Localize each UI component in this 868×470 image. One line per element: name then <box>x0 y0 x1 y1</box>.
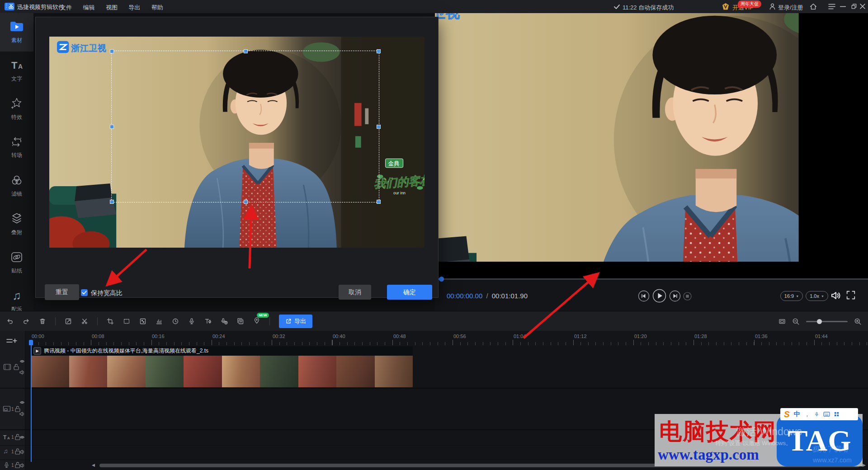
seek-bar[interactable] <box>435 278 868 280</box>
transition-icon <box>10 136 23 147</box>
crop-handle-sw[interactable] <box>110 200 114 204</box>
time-separator: / <box>486 292 488 300</box>
speed-select[interactable]: 1.0x▼ <box>806 291 828 301</box>
text-track-visibility-icon[interactable] <box>19 435 25 440</box>
music-track-mute-icon[interactable] <box>19 449 25 455</box>
menu-help[interactable]: 帮助 <box>151 4 163 12</box>
ruler-label: 01:28 <box>694 334 707 339</box>
sidebar-item-sticker[interactable]: 贴纸 <box>0 244 33 282</box>
add-track-button[interactable] <box>6 338 17 344</box>
playhead-dot[interactable] <box>439 277 444 282</box>
timeline-zoom-slider[interactable] <box>806 321 848 322</box>
crop-handle-nw[interactable] <box>110 49 114 53</box>
menu-view[interactable]: 视图 <box>106 4 118 12</box>
timeline-playhead-marker[interactable] <box>29 340 33 345</box>
play-button[interactable] <box>652 289 666 303</box>
audio-wave-icon[interactable] <box>156 318 163 325</box>
text-icon: TA <box>9 59 24 71</box>
menu-icon[interactable] <box>828 4 835 9</box>
video-track-mute-icon[interactable] <box>19 370 25 375</box>
menu-edit[interactable]: 编辑 <box>83 4 94 12</box>
timeline-playhead-line[interactable] <box>31 345 32 462</box>
undo-icon[interactable] <box>6 318 14 325</box>
crop-handle-ne[interactable] <box>377 49 381 53</box>
timeline-ruler[interactable]: 00:00 00:08 00:16 00:24 00:32 00:40 00:4… <box>25 331 868 346</box>
next-frame-button[interactable] <box>669 290 681 302</box>
stop-button[interactable] <box>683 292 692 301</box>
split-scissors-icon[interactable] <box>81 318 88 325</box>
preview-video[interactable] <box>435 13 868 279</box>
canvas-size-icon[interactable] <box>123 318 130 325</box>
video-track-visibility-icon[interactable] <box>19 359 25 364</box>
faint-site-watermark: 极光下载站 <box>812 445 848 454</box>
clip-thumbnail <box>375 356 413 387</box>
crop-dialog: 重置 保持宽高比 取消 确定 <box>35 17 439 298</box>
sidebar-item-effects[interactable]: 特效 <box>0 90 33 128</box>
confirm-button[interactable]: 确定 <box>387 285 432 300</box>
timeline-clip[interactable]: ▶ 腾讯视频 - 中国领先的在线视频媒体平台,海量高清视频在线观看_2.ts <box>31 346 413 387</box>
prev-frame-button[interactable] <box>638 290 650 302</box>
crop-marquee[interactable] <box>111 51 379 202</box>
sidebar-item-filter[interactable]: 滤镜 <box>0 167 33 205</box>
clip-play-icon: ▶ <box>33 347 41 355</box>
keep-aspect-checkbox[interactable] <box>81 289 88 296</box>
login-link[interactable]: 登录/注册 <box>778 4 803 12</box>
aspect-ratio-select[interactable]: 16:9▼ <box>780 291 803 301</box>
ime-mic-icon[interactable] <box>814 411 819 417</box>
sidebar-item-text[interactable]: TA 文字 <box>0 52 33 90</box>
restore-button[interactable] <box>851 3 857 9</box>
fit-timeline-icon[interactable] <box>778 318 786 325</box>
marker-tool[interactable]: NEW <box>253 317 260 326</box>
minimize-button[interactable] <box>840 6 846 7</box>
cancel-button[interactable]: 取消 <box>339 285 371 300</box>
home-icon[interactable] <box>809 3 817 10</box>
ime-lang-toggle[interactable]: 中 <box>794 410 800 418</box>
text-to-speech-icon[interactable] <box>204 318 212 325</box>
reset-button[interactable]: 重置 <box>45 284 79 300</box>
user-icon[interactable] <box>769 3 776 10</box>
duration-icon[interactable] <box>172 318 179 325</box>
redo-icon[interactable] <box>23 318 30 325</box>
sidebar-item-overlay[interactable]: 叠附 <box>0 205 33 244</box>
pip-track-visibility-icon[interactable] <box>19 400 25 405</box>
export-label: 导出 <box>294 317 306 325</box>
volume-icon[interactable] <box>831 291 841 301</box>
pip-track-mute-icon[interactable] <box>19 411 25 417</box>
app-logo-icon <box>5 2 14 11</box>
zoom-slider-handle[interactable] <box>817 319 822 324</box>
delete-icon[interactable] <box>39 318 46 325</box>
ime-keyboard-icon[interactable] <box>823 412 830 417</box>
ime-punct-toggle[interactable]: ， <box>804 410 810 418</box>
scrollbar-right-arrow[interactable]: ▶ <box>863 463 866 467</box>
crop-handle-n[interactable] <box>244 49 248 53</box>
close-button[interactable] <box>860 4 865 9</box>
scrollbar-left-arrow[interactable]: ◀ <box>92 463 95 467</box>
voice-change-icon[interactable] <box>221 318 228 325</box>
zoom-in-icon[interactable] <box>854 318 862 325</box>
sidebar-item-media[interactable]: 素材 <box>0 13 33 52</box>
keep-aspect-label[interactable]: 保持宽高比 <box>91 289 123 297</box>
vip-icon[interactable] <box>722 3 730 10</box>
crop-handle-s[interactable] <box>244 200 248 204</box>
video-track-lock-icon[interactable] <box>13 363 20 371</box>
ruler-label: 00:00 <box>32 334 44 339</box>
menu-export[interactable]: 导出 <box>128 4 140 12</box>
crop-icon[interactable] <box>107 318 114 325</box>
media-folder-icon <box>9 21 24 33</box>
ime-grid-icon[interactable] <box>834 412 839 417</box>
crop-handle-e[interactable] <box>377 125 381 129</box>
edit-clip-icon[interactable] <box>65 318 72 325</box>
crop-handle-w[interactable] <box>110 125 114 129</box>
ime-toolbar[interactable]: S 中 ， <box>780 408 858 420</box>
sidebar-item-transition[interactable]: 转场 <box>0 128 33 167</box>
mosaic-icon[interactable] <box>139 318 146 325</box>
clip-title-bar: ▶ 腾讯视频 - 中国领先的在线视频媒体平台,海量高清视频在线观看_2.ts <box>31 346 413 356</box>
menu-file[interactable]: 文件 <box>60 4 72 12</box>
export-button[interactable]: 导出 <box>279 315 312 328</box>
record-icon[interactable] <box>188 318 195 325</box>
subtitle-copy-icon[interactable] <box>237 318 244 325</box>
voice-track-mute-icon[interactable] <box>19 463 25 468</box>
crop-handle-se[interactable] <box>377 200 381 204</box>
zoom-out-icon[interactable] <box>792 318 800 325</box>
fullscreen-icon[interactable] <box>846 291 855 300</box>
